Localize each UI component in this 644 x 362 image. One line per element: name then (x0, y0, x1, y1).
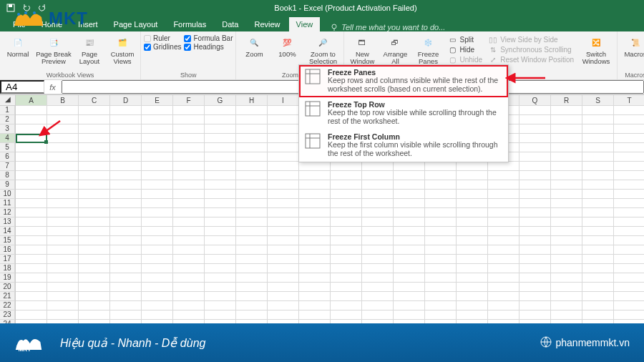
cell[interactable] (519, 227, 551, 236)
cell[interactable] (110, 208, 142, 217)
row-header[interactable]: 4 (0, 134, 15, 143)
cell[interactable] (582, 190, 614, 199)
cell[interactable] (551, 171, 582, 180)
cell[interactable] (488, 227, 519, 236)
cell[interactable] (425, 162, 457, 171)
cell[interactable] (362, 162, 394, 171)
cell[interactable] (110, 199, 142, 208)
cell[interactable] (614, 190, 644, 199)
reset-window-pos-button[interactable]: ⤢Reset Window Position (487, 54, 575, 64)
cell[interactable] (614, 171, 644, 180)
cell[interactable] (47, 273, 79, 283)
cell[interactable] (331, 236, 362, 245)
cell[interactable] (236, 152, 268, 162)
cell[interactable] (551, 283, 582, 292)
cell[interactable] (519, 152, 551, 162)
cell[interactable] (331, 264, 362, 273)
cell[interactable] (551, 180, 582, 190)
cell[interactable] (425, 180, 457, 190)
cell[interactable] (488, 292, 519, 301)
cell[interactable] (488, 171, 519, 180)
cell[interactable] (488, 264, 519, 273)
cell[interactable] (614, 245, 644, 255)
cell[interactable] (142, 236, 173, 245)
cell[interactable] (614, 264, 644, 273)
cell[interactable] (362, 283, 394, 292)
freeze-menu-item-2[interactable]: Freeze First ColumnKeep the first column… (299, 129, 508, 162)
cell[interactable] (394, 227, 425, 236)
cell[interactable] (173, 199, 205, 208)
cell[interactable] (79, 283, 110, 292)
cell[interactable] (142, 180, 173, 190)
cell[interactable] (519, 190, 551, 199)
cell[interactable] (582, 152, 614, 162)
cell[interactable] (457, 292, 488, 301)
cell[interactable] (47, 264, 79, 273)
cell[interactable] (362, 273, 394, 283)
row-header[interactable]: 7 (0, 162, 15, 171)
cell[interactable] (519, 273, 551, 283)
cell[interactable] (16, 264, 47, 273)
cell[interactable] (205, 124, 236, 134)
cell[interactable] (551, 236, 582, 245)
cell[interactable] (236, 208, 268, 217)
cell[interactable] (16, 227, 47, 236)
cell[interactable] (362, 310, 394, 320)
cell[interactable] (79, 292, 110, 301)
cell[interactable] (551, 115, 582, 124)
cell[interactable] (519, 217, 551, 227)
cell[interactable] (47, 190, 79, 199)
cell[interactable] (331, 199, 362, 208)
cell[interactable] (488, 217, 519, 227)
cell[interactable] (79, 310, 110, 320)
cell[interactable] (205, 180, 236, 190)
cell[interactable] (582, 217, 614, 227)
cell[interactable] (205, 208, 236, 217)
cell[interactable] (425, 190, 457, 199)
cell[interactable] (142, 171, 173, 180)
row-header[interactable]: 17 (0, 255, 15, 264)
cell[interactable] (331, 217, 362, 227)
cell[interactable] (299, 245, 331, 255)
cell[interactable] (425, 245, 457, 255)
cell[interactable] (110, 217, 142, 227)
cell[interactable] (142, 255, 173, 264)
cell[interactable] (394, 190, 425, 199)
cell[interactable] (16, 152, 47, 162)
cell[interactable] (47, 310, 79, 320)
cell[interactable] (488, 236, 519, 245)
row-header[interactable]: 21 (0, 292, 15, 301)
row-header[interactable]: 15 (0, 236, 15, 245)
cell[interactable] (205, 273, 236, 283)
cell[interactable] (425, 199, 457, 208)
cell[interactable] (331, 171, 362, 180)
cell[interactable] (236, 106, 268, 115)
cell[interactable] (173, 236, 205, 245)
row-header[interactable]: 20 (0, 283, 15, 292)
cell[interactable] (551, 273, 582, 283)
cell[interactable] (457, 283, 488, 292)
cell[interactable] (582, 301, 614, 310)
cell[interactable] (142, 245, 173, 255)
cell[interactable] (268, 236, 299, 245)
cell[interactable] (205, 152, 236, 162)
cell[interactable] (16, 283, 47, 292)
row-header[interactable]: 18 (0, 264, 15, 273)
arrange-all-button[interactable]: 🗗Arrange All (380, 33, 410, 65)
cell[interactable] (236, 190, 268, 199)
tab-data[interactable]: Data (215, 17, 245, 31)
cell[interactable] (47, 301, 79, 310)
cell[interactable] (488, 180, 519, 190)
view-side-by-side-button[interactable]: ▯▯View Side by Side (487, 34, 575, 44)
cell[interactable] (582, 124, 614, 134)
cell[interactable] (268, 310, 299, 320)
row-header[interactable]: 11 (0, 199, 15, 208)
cell[interactable] (79, 301, 110, 310)
row-headers[interactable]: 1234567891011121314151617181920212223242… (0, 106, 16, 331)
cell[interactable] (299, 273, 331, 283)
cell[interactable] (173, 208, 205, 217)
cell[interactable] (205, 134, 236, 143)
row-header[interactable]: 6 (0, 152, 15, 162)
col-header[interactable]: S (582, 95, 614, 106)
cell[interactable] (425, 283, 457, 292)
